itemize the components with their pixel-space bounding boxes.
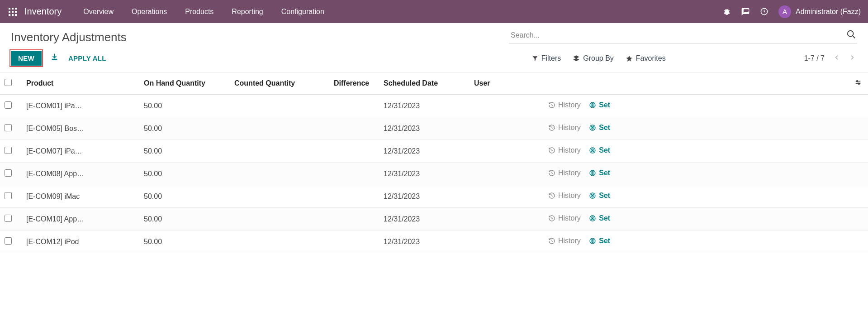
favorites-button[interactable]: Favorites [626,54,666,62]
nav-link-operations[interactable]: Operations [123,4,175,19]
cell-onhand: 50.00 [139,163,230,185]
nav-link-overview[interactable]: Overview [75,4,122,19]
set-button[interactable]: Set [589,237,610,245]
history-button[interactable]: History [548,169,581,177]
svg-rect-7 [12,14,14,16]
cell-counted[interactable] [230,117,329,140]
header-scheduled-date[interactable]: Scheduled Date [379,72,470,95]
search-input[interactable] [509,28,857,43]
page-title: Inventory Adjustments [11,28,127,44]
row-checkbox[interactable] [5,101,12,109]
apply-all-button[interactable]: APPLY ALL [68,54,106,62]
table-row[interactable]: [E-COM01] iPa… 50.00 12/31/2023 History … [0,95,868,117]
cell-onhand: 50.00 [139,231,230,253]
cell-onhand: 50.00 [139,140,230,163]
nav-links: Overview Operations Products Reporting C… [75,4,332,19]
history-button[interactable]: History [548,101,581,109]
header-onhand[interactable]: On Hand Quantity [139,72,230,95]
header-product[interactable]: Product [22,72,139,95]
history-button[interactable]: History [548,214,581,222]
cell-difference [329,140,379,163]
svg-rect-4 [12,11,14,13]
filters-button[interactable]: Filters [532,54,561,62]
cell-product: [E-COM05] Bos… [26,125,84,133]
table-row[interactable]: [E-COM09] iMac 50.00 12/31/2023 History … [0,185,868,208]
cell-difference [329,163,379,185]
cell-user[interactable] [470,95,537,117]
table-row[interactable]: [E-COM07] iPa… 50.00 12/31/2023 History … [0,140,868,163]
search-icon[interactable] [846,29,856,41]
pager-next-icon[interactable] [847,54,857,62]
cell-difference [329,95,379,117]
svg-point-31 [592,195,593,196]
cell-counted[interactable] [230,163,329,185]
row-checkbox[interactable] [5,169,12,177]
download-icon[interactable] [51,53,58,63]
history-button[interactable]: History [548,124,581,132]
groupby-button[interactable]: Group By [573,54,614,62]
nav-link-reporting[interactable]: Reporting [223,4,271,19]
row-checkbox[interactable] [5,192,12,199]
nav-link-products[interactable]: Products [177,4,222,19]
cell-counted[interactable] [230,231,329,253]
target-icon [589,147,596,154]
cell-user[interactable] [470,117,537,140]
pager-value[interactable]: 1-7 / 7 [804,54,825,62]
cell-counted[interactable] [230,140,329,163]
table-row[interactable]: [E-COM08] App… 50.00 12/31/2023 History … [0,163,868,185]
table-row[interactable]: [E-COM05] Bos… 50.00 12/31/2023 History … [0,117,868,140]
history-icon [548,215,555,222]
history-icon [548,169,555,177]
cell-counted[interactable] [230,185,329,208]
app-name[interactable]: Inventory [24,6,62,17]
row-checkbox[interactable] [5,124,12,131]
cell-user[interactable] [470,208,537,231]
cell-counted[interactable] [230,95,329,117]
cell-scheduled-date: 12/31/2023 [379,163,470,185]
table-header-row: Product On Hand Quantity Counted Quantit… [0,72,868,95]
row-checkbox[interactable] [5,147,12,154]
bug-icon[interactable] [723,8,731,16]
select-all-checkbox[interactable] [5,79,12,86]
user-menu[interactable]: A Administrator (Fazz) [778,5,861,18]
cell-difference [329,231,379,253]
list-view: Product On Hand Quantity Counted Quantit… [0,72,868,253]
history-button[interactable]: History [548,237,581,245]
history-icon [548,237,555,245]
star-icon [626,55,633,62]
apps-icon[interactable] [7,6,18,17]
table-row[interactable]: [E-COM10] App… 50.00 12/31/2023 History … [0,208,868,231]
set-button[interactable]: Set [589,214,610,222]
set-button[interactable]: Set [589,101,610,109]
set-button[interactable]: Set [589,192,610,200]
header-counted[interactable]: Counted Quantity [230,72,329,95]
cell-counted[interactable] [230,208,329,231]
cell-user[interactable] [470,185,537,208]
chat-icon[interactable] [741,7,750,16]
set-button[interactable]: Set [589,146,610,154]
nav-link-configuration[interactable]: Configuration [273,4,332,19]
cell-product: [E-COM07] iPa… [26,147,82,155]
set-button[interactable]: Set [589,124,610,132]
table-row[interactable]: [E-COM12] iPod 50.00 12/31/2023 History … [0,231,868,253]
history-button[interactable]: History [548,192,581,200]
avatar: A [778,5,791,18]
header-user[interactable]: User [470,72,537,95]
header-difference[interactable]: Difference [329,72,379,95]
history-button[interactable]: History [548,146,581,154]
column-settings-icon[interactable] [854,80,862,87]
svg-point-10 [848,31,854,37]
clock-icon[interactable] [760,7,768,16]
svg-rect-1 [12,8,14,10]
set-label: Set [599,214,610,222]
cell-user[interactable] [470,163,537,185]
row-checkbox[interactable] [5,237,12,245]
pager: 1-7 / 7 [804,54,857,62]
row-checkbox[interactable] [5,215,12,222]
cell-user[interactable] [470,140,537,163]
cell-user[interactable] [470,231,537,253]
set-button[interactable]: Set [589,169,610,177]
new-button[interactable]: NEW [11,51,42,66]
history-label: History [558,124,581,132]
pager-prev-icon[interactable] [832,54,842,62]
